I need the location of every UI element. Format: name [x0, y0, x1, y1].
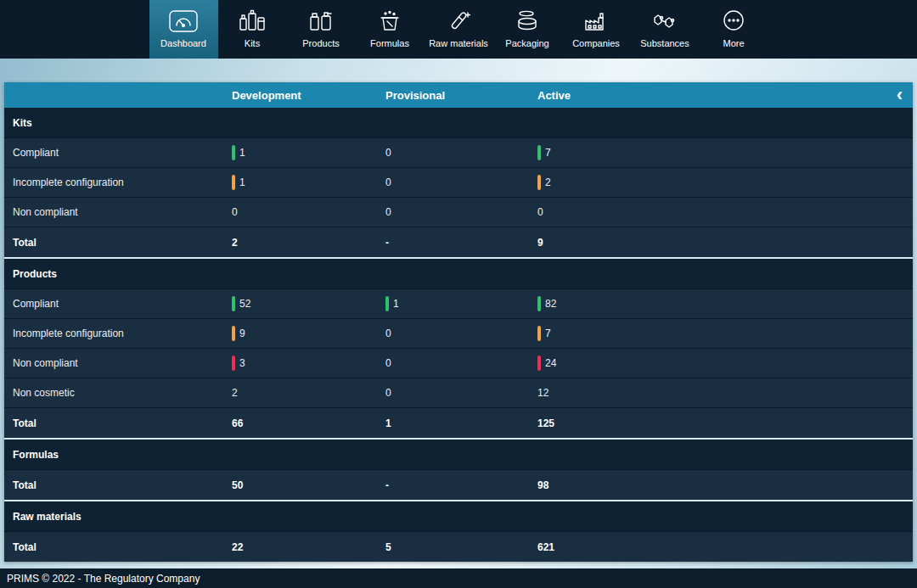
value-cell: 2: [225, 237, 379, 249]
value-text: 1: [239, 176, 245, 188]
value-cell: 0: [379, 387, 531, 399]
tab-kits[interactable]: Kits: [218, 0, 287, 59]
table-header-row: Development Provisional Active ‹: [4, 82, 913, 108]
section-title: Raw materials: [4, 501, 913, 532]
table-row[interactable]: Non compliant000: [4, 198, 913, 227]
value-cell: 50: [225, 479, 379, 491]
tab-label: Packaging: [505, 38, 549, 48]
table-row[interactable]: Incomplete configuration102: [4, 168, 913, 198]
status-bar-red: [537, 356, 541, 371]
table-section: FormulasTotal50-98: [4, 440, 913, 501]
value-text: 621: [537, 541, 554, 553]
value-text: 0: [385, 357, 391, 369]
top-navigation: Dashboard Kits Products: [0, 0, 917, 59]
value-text: 82: [545, 298, 556, 310]
value-text: 7: [545, 147, 551, 159]
column-header-provisional: Provisional: [379, 89, 531, 102]
value-text: 50: [232, 479, 243, 491]
value-text: 0: [537, 206, 543, 218]
table-row[interactable]: Non cosmetic2012: [4, 378, 913, 408]
value-cell: 7: [531, 145, 913, 160]
value-text: 3: [239, 357, 245, 369]
value-text: 66: [232, 417, 243, 429]
collapse-chevron-icon[interactable]: ‹: [897, 82, 903, 108]
value-text: 2: [232, 237, 238, 249]
status-bar-green: [232, 296, 235, 311]
tab-label: Dashboard: [160, 38, 206, 48]
column-header-active: Active: [531, 89, 913, 102]
value-text: 2: [545, 176, 551, 188]
tab-label: Formulas: [370, 38, 409, 48]
section-title: Formulas: [4, 440, 913, 470]
tab-raw-materials[interactable]: Raw materials: [425, 0, 493, 59]
footer-text: PRIMS © 2022 - The Regulatory Company: [7, 573, 200, 585]
row-label: Incomplete configuration: [4, 328, 225, 339]
value-cell: 66: [225, 417, 379, 429]
table-row[interactable]: Total661125: [4, 408, 913, 438]
value-cell: 1: [225, 145, 379, 160]
status-bar-green: [232, 145, 235, 160]
tab-packaging[interactable]: Packaging: [493, 0, 562, 59]
column-header-development: Development: [225, 89, 379, 102]
value-text: 125: [537, 417, 554, 429]
tab-label: More: [723, 38, 744, 48]
value-cell: 22: [225, 541, 379, 553]
status-bar-red: [232, 356, 235, 371]
value-cell: 98: [531, 479, 913, 491]
value-cell: 2: [531, 175, 913, 190]
value-cell: 9: [531, 237, 913, 249]
value-text: 9: [239, 328, 245, 339]
value-cell: 2: [225, 387, 379, 399]
value-text: 5: [385, 541, 391, 553]
tab-more[interactable]: More: [700, 0, 768, 59]
row-label: Non compliant: [4, 206, 225, 218]
more-icon: [718, 8, 749, 35]
value-text: -: [385, 237, 389, 249]
tab-companies[interactable]: Companies: [562, 0, 631, 59]
table-row[interactable]: Compliant107: [4, 138, 913, 168]
value-cell: 0: [379, 206, 531, 218]
value-cell: 0: [379, 357, 531, 369]
status-bar-orange: [232, 326, 235, 341]
table-row[interactable]: Incomplete configuration907: [4, 319, 913, 349]
dashboard-gauge-icon: [168, 8, 199, 35]
tab-products[interactable]: Products: [287, 0, 356, 59]
tab-substances[interactable]: Substances: [631, 0, 700, 59]
table-row[interactable]: Total225621: [4, 532, 913, 562]
tab-label: Raw materials: [429, 38, 488, 48]
value-cell: 0: [379, 176, 531, 188]
main-content: Development Provisional Active ‹ KitsCom…: [0, 59, 917, 562]
value-cell: 0: [379, 328, 531, 339]
value-text: 0: [232, 206, 238, 218]
value-cell: 1: [225, 175, 379, 190]
table-row[interactable]: Total50-98: [4, 470, 913, 500]
value-text: 12: [537, 387, 549, 399]
row-label: Compliant: [4, 147, 225, 159]
row-label: Incomplete configuration: [4, 176, 225, 188]
table-section: ProductsCompliant52182Incomplete configu…: [4, 259, 913, 440]
value-cell: 52: [225, 296, 379, 311]
table-row[interactable]: Total2-9: [4, 227, 913, 257]
value-text: 1: [385, 417, 391, 429]
status-bar-orange: [232, 175, 235, 190]
tab-label: Kits: [245, 38, 260, 48]
status-bar-green: [537, 296, 541, 311]
value-cell: 0: [531, 206, 913, 218]
status-bar-orange: [537, 326, 541, 341]
status-bar-green: [537, 145, 541, 160]
value-text: 24: [545, 357, 556, 369]
value-text: 0: [385, 328, 391, 339]
tab-formulas[interactable]: Formulas: [356, 0, 425, 59]
value-text: 52: [239, 298, 250, 310]
tab-label: Products: [302, 38, 339, 48]
status-bar-green: [385, 296, 389, 311]
table-row[interactable]: Non compliant3024: [4, 349, 913, 378]
row-label: Non compliant: [4, 357, 225, 369]
value-text: 22: [232, 541, 243, 553]
formulas-icon: [374, 8, 405, 35]
value-cell: 24: [531, 356, 913, 371]
tab-dashboard[interactable]: Dashboard: [149, 0, 218, 59]
table-row[interactable]: Compliant52182: [4, 289, 913, 319]
value-text: 0: [385, 176, 391, 188]
value-text: -: [385, 479, 389, 491]
